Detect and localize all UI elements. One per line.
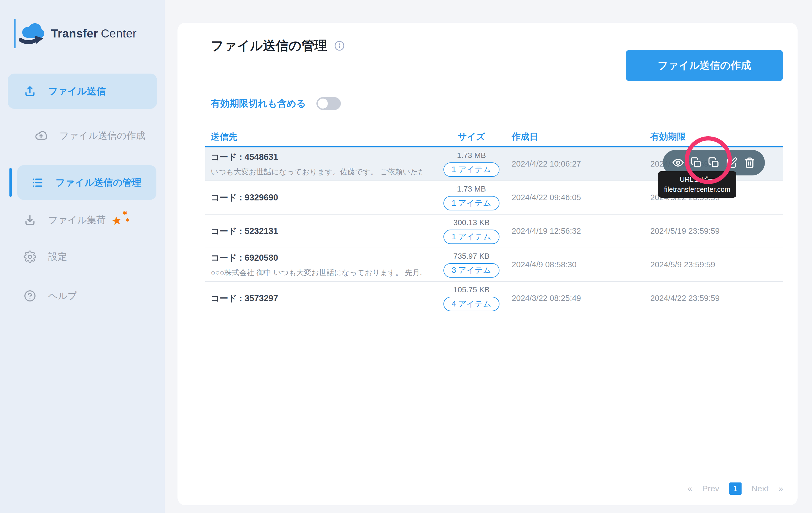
table-row[interactable]: コード : 3573297105.75 KB4 アイテム2024/3/22 08… bbox=[205, 282, 783, 315]
sidebar: TransferCenter ファイル送信ファイル送信の作成ファイル送信の管理フ… bbox=[0, 0, 165, 513]
gear-icon bbox=[23, 250, 37, 264]
sidebar-item-label: ファイル送信の管理 bbox=[55, 176, 141, 189]
page-head: ファイル送信の管理 bbox=[211, 37, 345, 54]
sidebar-item-settings[interactable]: 設定 bbox=[8, 240, 157, 273]
cell-created: 2024/4/9 08:58:30 bbox=[510, 248, 649, 281]
cell-created: 2024/4/22 09:46:05 bbox=[510, 181, 649, 214]
row-item-count-badge: 1 アイテム bbox=[443, 196, 500, 210]
cloud-upload-icon bbox=[34, 129, 48, 142]
create-transfer-button[interactable]: ファイル送信の作成 bbox=[626, 50, 783, 81]
new-feature-star-icon: ★✱✱ bbox=[111, 213, 129, 227]
download-tray-icon bbox=[23, 214, 37, 227]
column-created: 作成日 bbox=[510, 131, 649, 143]
table-row[interactable]: コード : 5232131300.13 KB1 アイテム2024/4/19 12… bbox=[205, 215, 783, 248]
brand-light: Center bbox=[101, 27, 137, 40]
cell-created: 2024/3/22 08:25:49 bbox=[510, 282, 649, 315]
table-header: 送信先 サイズ 作成日 有効期限 bbox=[205, 127, 783, 147]
row-size: 735.97 KB bbox=[454, 252, 490, 261]
sidebar-item-file-send-create[interactable]: ファイル送信の作成 bbox=[8, 119, 157, 153]
row-code: コード : 4548631 bbox=[211, 151, 422, 163]
row-size: 105.75 KB bbox=[454, 286, 490, 294]
cell-size: 300.13 KB1 アイテム bbox=[433, 215, 510, 248]
expired-filter-label: 有効期限切れも含める bbox=[211, 97, 306, 110]
sidebar-item-label: ファイル集荷 bbox=[48, 214, 106, 226]
expired-filter-toggle[interactable] bbox=[316, 97, 341, 110]
sidebar-item-file-send[interactable]: ファイル送信 bbox=[8, 74, 157, 109]
row-code: コード : 3573297 bbox=[211, 293, 422, 304]
brand-name: TransferCenter bbox=[51, 27, 137, 40]
sidebar-item-label: ファイル送信 bbox=[48, 85, 106, 98]
column-size: サイズ bbox=[433, 131, 510, 143]
page-title: ファイル送信の管理 bbox=[211, 37, 327, 54]
toggle-knob bbox=[318, 99, 328, 109]
row-item-count-badge: 1 アイテム bbox=[443, 162, 500, 177]
pagination-prev[interactable]: Prev bbox=[702, 484, 719, 493]
cell-created: 2024/4/22 10:06:27 bbox=[510, 147, 649, 181]
row-item-count-badge: 3 アイテム bbox=[443, 263, 500, 278]
row-description: ○○○株式会社 御中 いつも大変お世話になっております。 先月... bbox=[211, 268, 422, 278]
cell-destination: コード : 3573297 bbox=[205, 282, 433, 315]
cell-created: 2024/4/19 12:56:32 bbox=[510, 215, 649, 248]
cell-destination: コード : 5232131 bbox=[205, 215, 433, 248]
row-code: コード : 5232131 bbox=[211, 225, 422, 237]
pagination-next[interactable]: Next bbox=[752, 484, 769, 493]
pagination-first[interactable]: « bbox=[688, 484, 692, 493]
sidebar-item-label: ヘルプ bbox=[48, 290, 77, 302]
trash-icon[interactable] bbox=[744, 157, 756, 169]
upload-tray-icon bbox=[23, 85, 37, 98]
cell-size: 1.73 MB1 アイテム bbox=[433, 181, 510, 214]
sidebar-item-file-pickup[interactable]: ファイル集荷★✱✱ bbox=[8, 204, 157, 237]
app-logo: TransferCenter bbox=[14, 19, 137, 48]
cell-expires: 2024/5/9 23:59:59 bbox=[649, 248, 783, 281]
sidebar-item-file-send-manage[interactable]: ファイル送信の管理 bbox=[17, 165, 156, 200]
tooltip-action-label: URLコピー bbox=[661, 174, 733, 184]
cell-destination: コード : 9329690 bbox=[205, 181, 433, 214]
cell-size: 1.73 MB1 アイテム bbox=[433, 147, 510, 181]
info-circle-icon[interactable] bbox=[334, 40, 345, 51]
row-item-count-badge: 4 アイテム bbox=[443, 297, 500, 311]
pagination: « Prev 1 Next » bbox=[688, 483, 783, 495]
cell-size: 735.97 KB3 アイテム bbox=[433, 248, 510, 281]
eye-icon[interactable] bbox=[672, 157, 684, 169]
active-indicator-bar bbox=[9, 168, 12, 197]
row-size: 1.73 MB bbox=[457, 151, 486, 160]
cell-expires: 2024/4/22 23:59:59 bbox=[649, 282, 783, 315]
row-code: コード : 6920580 bbox=[211, 252, 422, 264]
row-size: 300.13 KB bbox=[454, 218, 490, 227]
table-row[interactable]: コード : 6920580○○○株式会社 御中 いつも大変お世話になっております… bbox=[205, 248, 783, 282]
copy-icon-url[interactable] bbox=[708, 157, 720, 169]
pagination-page-1[interactable]: 1 bbox=[729, 483, 742, 495]
list-icon bbox=[30, 176, 44, 189]
help-circle-icon bbox=[23, 289, 37, 303]
url-copy-tooltip: URLコピー filetransfercenter.com bbox=[658, 171, 736, 198]
cell-destination: コード : 6920580○○○株式会社 御中 いつも大変お世話になっております… bbox=[205, 248, 433, 281]
expired-filter: 有効期限切れも含める bbox=[211, 97, 341, 110]
logo-cloud-arrow-icon bbox=[19, 21, 47, 47]
row-size: 1.73 MB bbox=[457, 185, 486, 193]
logo-accent-bar bbox=[14, 19, 16, 48]
cell-destination: コード : 4548631いつも大変お世話になっております。佐藤です。 ご依頼い… bbox=[205, 147, 433, 181]
row-item-count-badge: 1 アイテム bbox=[443, 230, 500, 244]
sidebar-item-label: ファイル送信の作成 bbox=[59, 129, 145, 142]
sidebar-item-label: 設定 bbox=[48, 250, 67, 263]
brand-bold: Transfer bbox=[51, 27, 98, 40]
cell-expires: 2024/5/19 23:59:59 bbox=[649, 215, 783, 248]
pagination-last[interactable]: » bbox=[778, 484, 783, 493]
cell-size: 105.75 KB4 アイテム bbox=[433, 282, 510, 315]
row-description: いつも大変お世話になっております。佐藤です。 ご依頼いただき... bbox=[211, 167, 422, 177]
column-expires: 有効期限 bbox=[649, 131, 783, 143]
column-destination: 送信先 bbox=[205, 131, 433, 143]
row-code: コード : 9329690 bbox=[211, 192, 422, 204]
copy-icon-file[interactable] bbox=[690, 157, 702, 169]
main-card: ファイル送信の管理 ファイル送信の作成 有効期限切れも含める 送信先 サイズ 作… bbox=[177, 23, 798, 505]
sidebar-nav: ファイル送信ファイル送信の作成ファイル送信の管理ファイル集荷★✱✱設定ヘルプ bbox=[0, 74, 165, 313]
sidebar-item-help[interactable]: ヘルプ bbox=[8, 279, 157, 313]
edit-icon[interactable] bbox=[726, 157, 738, 169]
tooltip-url-text: filetransfercenter.com bbox=[661, 184, 733, 194]
